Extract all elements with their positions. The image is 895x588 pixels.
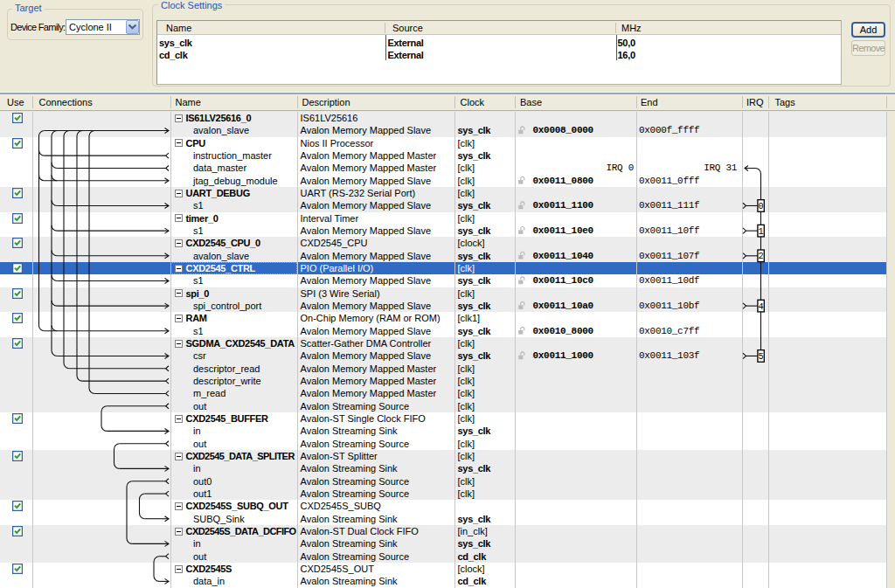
svg-text:4: 4: [759, 302, 764, 312]
svg-text:0: 0: [759, 202, 764, 211]
svg-text:2: 2: [759, 252, 764, 261]
svg-text:1: 1: [759, 227, 764, 237]
svg-text:5: 5: [759, 352, 764, 362]
